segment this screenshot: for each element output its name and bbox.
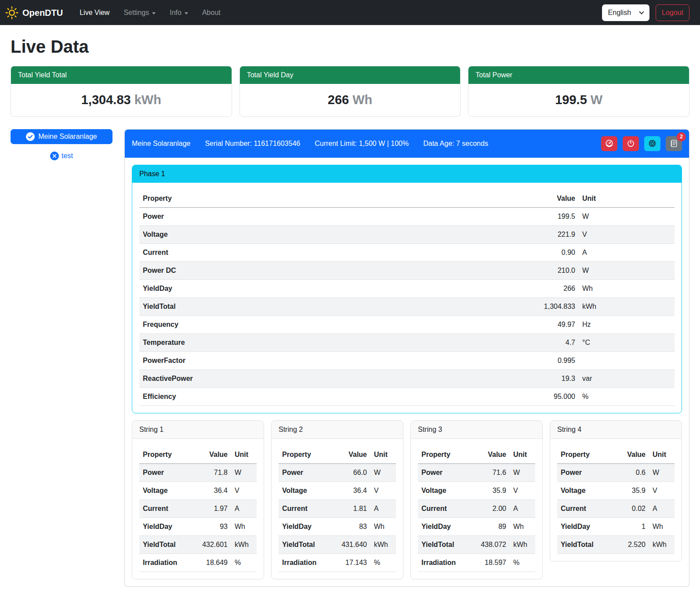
cell-value: 83 bbox=[330, 517, 370, 535]
cell-value: 49.97 bbox=[522, 315, 579, 333]
cell-property: Efficiency bbox=[139, 387, 522, 405]
device-info-button[interactable] bbox=[644, 136, 660, 151]
limit-settings-button[interactable] bbox=[601, 136, 617, 151]
cell-unit: V bbox=[231, 481, 257, 499]
table-row: Irradiation 17.143 % bbox=[279, 554, 396, 572]
language-select[interactable]: English bbox=[602, 4, 649, 21]
cell-value: 36.4 bbox=[191, 481, 231, 499]
cell-property: YieldDay bbox=[139, 279, 522, 297]
cell-unit: A bbox=[231, 499, 257, 517]
string-card-title: String 4 bbox=[550, 421, 682, 439]
cell-value: 66.0 bbox=[330, 463, 370, 481]
cell-property: Current bbox=[279, 499, 330, 517]
cell-value: 431.640 bbox=[330, 535, 370, 554]
cell-unit bbox=[579, 351, 675, 369]
limit-label: Current Limit: bbox=[315, 140, 357, 147]
col-value: Value bbox=[330, 446, 370, 464]
nav-item-label: About bbox=[202, 7, 221, 18]
cell-property: Irradiation bbox=[279, 554, 330, 572]
nav-item-settings[interactable]: Settings bbox=[116, 4, 163, 22]
summary-card-title: Total Yield Total bbox=[11, 66, 232, 84]
power-icon bbox=[627, 139, 635, 148]
nav-item-label: Live View bbox=[80, 7, 109, 18]
table-row: Temperature 4.7 °C bbox=[139, 333, 675, 351]
inverter-link-test[interactable]: test bbox=[62, 151, 73, 161]
data-age-label: Data Age: bbox=[423, 140, 454, 147]
table-row: YieldDay 1 Wh bbox=[557, 517, 675, 535]
serial-label: Serial Number: bbox=[205, 140, 252, 147]
table-row: Efficiency 95.000 % bbox=[139, 387, 675, 405]
power-toggle-button[interactable] bbox=[623, 136, 639, 151]
table-row: Voltage 221.9 V bbox=[139, 225, 675, 243]
cell-value: 71.6 bbox=[469, 463, 510, 481]
brand[interactable]: OpenDTU bbox=[5, 6, 63, 19]
cell-property: YieldTotal bbox=[418, 535, 469, 554]
table-header-row: Property Value Unit bbox=[139, 446, 257, 464]
summary-card-total-power: Total Power 199.5W bbox=[468, 66, 689, 117]
cell-property: Irradiation bbox=[139, 554, 191, 572]
summary-value: 199.5 bbox=[555, 93, 587, 107]
cell-value: 266 bbox=[522, 279, 579, 297]
cell-unit: kWh bbox=[649, 535, 675, 554]
cell-unit: kWh bbox=[370, 535, 396, 554]
cell-property: Current bbox=[557, 499, 609, 517]
cell-value: 0.6 bbox=[609, 463, 649, 481]
col-value: Value bbox=[469, 446, 510, 464]
cell-property: Current bbox=[418, 499, 469, 517]
nav-item-info[interactable]: Info bbox=[163, 4, 195, 22]
table-row: YieldTotal 431.640 kWh bbox=[279, 535, 396, 554]
cell-property: Power bbox=[139, 463, 191, 481]
table-row: Power 71.6 W bbox=[418, 463, 535, 481]
table-row: Voltage 36.4 V bbox=[279, 481, 396, 499]
limit-value: 1,500 W | 100% bbox=[359, 140, 409, 147]
cell-value: 1,304.833 bbox=[522, 297, 579, 315]
table-row: Frequency 49.97 Hz bbox=[139, 315, 675, 333]
cell-value: 71.8 bbox=[191, 463, 231, 481]
cell-value: 0.02 bbox=[609, 499, 649, 517]
table-row: YieldDay 83 Wh bbox=[279, 517, 396, 535]
summary-unit: kWh bbox=[134, 93, 161, 107]
sidebar-secondary-inverter: test bbox=[11, 151, 112, 161]
caret-down-icon bbox=[185, 12, 188, 14]
col-unit: Unit bbox=[579, 190, 675, 208]
cell-property: Power bbox=[279, 463, 330, 481]
cell-unit: A bbox=[510, 499, 535, 517]
cell-unit: Wh bbox=[649, 517, 675, 535]
cell-value: 35.9 bbox=[469, 481, 510, 499]
cell-property: YieldTotal bbox=[279, 535, 330, 554]
x-circle-icon[interactable] bbox=[50, 152, 59, 160]
cell-unit: kWh bbox=[579, 297, 675, 315]
inverter-data-age: Data Age: 7 seconds bbox=[423, 138, 488, 149]
col-property: Property bbox=[139, 446, 191, 464]
cell-unit: V bbox=[579, 225, 675, 243]
table-row: Power 199.5 W bbox=[139, 207, 675, 225]
cell-property: Frequency bbox=[139, 315, 522, 333]
summary-unit: Wh bbox=[352, 93, 372, 107]
summary-cards-row: Total Yield Total 1,304.83kWh Total Yiel… bbox=[11, 66, 689, 117]
inverter-select-button[interactable]: Meine Solaranlage bbox=[11, 129, 112, 144]
col-unit: Unit bbox=[649, 446, 675, 464]
cell-unit: Wh bbox=[231, 517, 257, 535]
inverter-select-label: Meine Solaranlage bbox=[38, 133, 97, 141]
col-unit: Unit bbox=[370, 446, 396, 464]
table-header-row: Property Value Unit bbox=[557, 446, 675, 464]
string-card-3: String 3 Property Value Unit bbox=[410, 420, 543, 579]
table-header-row: Property Value Unit bbox=[418, 446, 535, 464]
cell-value: 4.7 bbox=[522, 333, 579, 351]
table-row: YieldDay 93 Wh bbox=[139, 517, 257, 535]
cell-property: Current bbox=[139, 499, 191, 517]
nav-item-about[interactable]: About bbox=[195, 4, 228, 22]
summary-card-body: 199.5W bbox=[468, 84, 689, 116]
inverter-panel: Meine Solaranlage Serial Number: 1161716… bbox=[124, 129, 689, 587]
cell-value: 0.995 bbox=[522, 351, 579, 369]
table-row: Current 2.00 A bbox=[418, 499, 535, 517]
cell-unit: A bbox=[649, 499, 675, 517]
event-log-button[interactable]: 2 bbox=[666, 136, 682, 151]
logout-button[interactable]: Logout bbox=[656, 4, 689, 21]
cell-unit: W bbox=[231, 463, 257, 481]
phase-table-wrapper: Property Value Unit Power bbox=[132, 183, 682, 406]
nav-item-live-view[interactable]: Live View bbox=[73, 4, 116, 22]
content-row: Meine Solaranlage test Meine Solaranlage bbox=[11, 129, 689, 587]
cell-value: 432.601 bbox=[191, 535, 231, 554]
cell-property: YieldDay bbox=[279, 517, 330, 535]
